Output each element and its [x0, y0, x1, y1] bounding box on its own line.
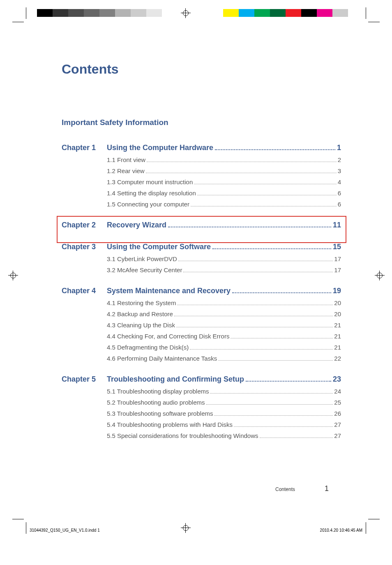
sub-row: 1.1 Front view2 [107, 156, 341, 163]
sub-page: 21 [334, 333, 341, 340]
sub-text: 4.6 Performing Daily Maintenance Tasks [107, 355, 217, 362]
leader-dots [212, 244, 331, 250]
chapter-label: Chapter 4 [62, 287, 107, 295]
chapter-title-text: Recovery Wizard [107, 221, 166, 229]
leader-dots [190, 345, 333, 350]
chapter-page: 1 [337, 144, 341, 152]
sub-page: 20 [334, 310, 341, 317]
leader-dots [214, 412, 333, 416]
sub-row: 1.4 Setting the display resolution6 [107, 190, 341, 197]
leader-dots [174, 312, 333, 317]
sub-items: 5.1 Troubleshooting display problems245.… [107, 388, 341, 439]
sub-text: 5.3 Troubleshooting software problems [107, 410, 213, 417]
chapter-title-line: Using the Computer Hardware 1 [107, 144, 341, 152]
leader-dots [176, 323, 333, 328]
sub-row: 1.2 Rear view3 [107, 167, 341, 174]
sub-text: 5.5 Special considerations for troublesh… [107, 432, 258, 439]
registration-mark-bottom [181, 523, 191, 533]
sub-row: 5.5 Special considerations for troublesh… [107, 432, 341, 439]
leader-dots [191, 202, 337, 207]
sub-items: 1.1 Front view21.2 Rear view31.3 Compute… [107, 156, 341, 208]
sub-page: 26 [334, 410, 341, 417]
leader-dots [218, 357, 333, 361]
sub-page: 24 [334, 388, 341, 395]
sub-row: 1.3 Computer mount instruction4 [107, 178, 341, 185]
leader-dots [168, 222, 331, 228]
slug-left: 31044392_Q150_UG_EN_V1.0.indd 1 [30, 528, 100, 533]
leader-dots [146, 169, 337, 174]
sub-page: 6 [338, 190, 341, 197]
sub-text: 5.1 Troubleshooting display problems [107, 388, 209, 395]
sub-page: 21 [334, 344, 341, 351]
sub-row: 4.2 Backup and Restore20 [107, 310, 341, 317]
sub-text: 1.5 Connecting your computer [107, 201, 189, 208]
sub-text: 3.2 McAfee Security Center [107, 266, 182, 273]
sub-text: 1.3 Computer mount instruction [107, 178, 193, 185]
chapter-title-line: Troubleshooting and Confirming Setup 23 [107, 375, 341, 384]
leader-dots [206, 401, 333, 405]
leader-dots [260, 434, 333, 438]
sub-page: 4 [338, 178, 341, 185]
leader-dots [232, 288, 331, 294]
leader-dots [215, 145, 335, 151]
chapter-page: 11 [333, 221, 341, 229]
sub-page: 17 [334, 266, 341, 273]
chapter-row: Chapter 3Using the Computer Software 15 [62, 243, 341, 251]
sub-text: 4.5 Defragmenting the Disk(s) [107, 344, 189, 351]
leader-dots [210, 389, 333, 394]
sub-page: 21 [334, 322, 341, 329]
chapter-label: Chapter 3 [62, 243, 107, 251]
sub-row: 4.1 Restoring the System20 [107, 299, 341, 306]
chapter-row: Chapter 5Troubleshooting and Confirming … [62, 375, 341, 384]
sub-page: 27 [334, 421, 341, 428]
chapter-page: 23 [333, 375, 341, 384]
slug-right: 2010.4.20 10:46:45 AM [320, 528, 362, 533]
sub-text: 4.1 Restoring the System [107, 299, 176, 306]
sub-text: 5.4 Troubleshooting problems with Hard D… [107, 421, 233, 428]
sub-text: 1.2 Rear view [107, 167, 145, 174]
chapter-title-text: System Maintenance and Recovery [107, 287, 231, 295]
leader-dots [183, 268, 333, 273]
sub-text: 1.4 Setting the display resolution [107, 190, 196, 197]
sub-items: 3.1 CyberLink PowerDVD173.2 McAfee Secur… [107, 255, 341, 273]
registration-mark-left [8, 271, 18, 280]
sub-page: 25 [334, 399, 341, 406]
chapter-row: Chapter 1Using the Computer Hardware 1 [62, 144, 341, 152]
leader-dots [177, 301, 333, 306]
sub-page: 27 [334, 432, 341, 439]
chapter-page: 15 [333, 243, 341, 251]
chapter-label: Chapter 5 [62, 375, 107, 384]
chapter-title-text: Troubleshooting and Confirming Setup [107, 375, 244, 384]
chapter-label: Chapter 1 [62, 144, 107, 152]
chapter: Chapter 4System Maintenance and Recovery… [62, 287, 341, 362]
color-bars [223, 9, 348, 17]
chapter-title-line: Using the Computer Software 15 [107, 243, 341, 251]
sub-text: 4.4 Checking For, and Correcting Disk Er… [107, 333, 229, 340]
leader-dots [147, 158, 336, 162]
leader-dots [246, 376, 331, 382]
chapter-row: Chapter 4System Maintenance and Recovery… [62, 287, 341, 295]
toc-chapters: Chapter 1Using the Computer Hardware 11.… [62, 144, 341, 439]
print-marks-top [0, 0, 392, 25]
footer-page-number: 1 [325, 484, 329, 493]
chapter: Chapter 5Troubleshooting and Confirming … [62, 375, 341, 439]
sub-page: 20 [334, 299, 341, 306]
sub-row: 5.2 Troubleshooting audio problems25 [107, 399, 341, 406]
leader-dots [197, 191, 337, 196]
sub-page: 17 [334, 255, 341, 262]
sub-row: 5.4 Troubleshooting problems with Hard D… [107, 421, 341, 428]
registration-mark-right [375, 271, 385, 280]
sub-text: 4.2 Backup and Restore [107, 310, 173, 317]
page-content: Contents Important Safety Information Ch… [62, 62, 341, 452]
sub-text: 3.1 CyberLink PowerDVD [107, 255, 177, 262]
chapter-row: Chapter 2Recovery Wizard 11 [62, 221, 341, 229]
sub-text: 1.1 Front view [107, 156, 145, 163]
chapter-title-text: Using the Computer Hardware [107, 144, 213, 152]
page-title: Contents [62, 62, 341, 77]
intro-heading: Important Safety Information [62, 118, 341, 127]
grayscale-bars [37, 9, 162, 17]
sub-page: 22 [334, 355, 341, 362]
sub-row: 5.3 Troubleshooting software problems26 [107, 410, 341, 417]
sub-row: 4.6 Performing Daily Maintenance Tasks22 [107, 355, 341, 362]
chapter: Chapter 3Using the Computer Software 153… [62, 243, 341, 273]
